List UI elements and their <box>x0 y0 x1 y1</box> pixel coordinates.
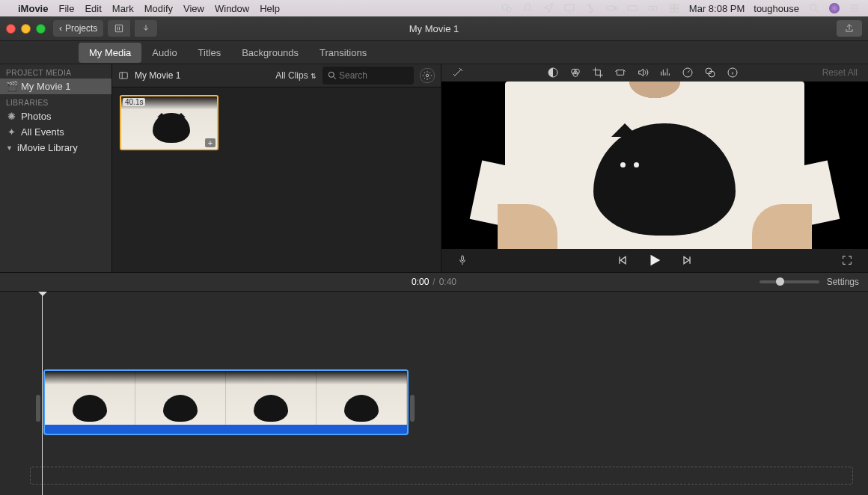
battery-icon[interactable] <box>605 2 617 14</box>
clapper-icon: 🎬 <box>6 81 16 92</box>
share-button[interactable] <box>837 20 862 37</box>
svg-rect-8 <box>675 4 679 8</box>
siri-icon[interactable] <box>829 3 840 13</box>
clip-trim-handle-left[interactable] <box>36 395 40 422</box>
timeline-settings-button[interactable]: Settings <box>827 277 859 287</box>
sidebar-item-label: My Movie 1 <box>21 81 70 92</box>
playhead[interactable] <box>42 295 43 495</box>
menu-edit[interactable]: Edit <box>85 3 101 14</box>
timeline-dropzone[interactable] <box>30 467 853 485</box>
color-correction-icon[interactable] <box>569 67 581 79</box>
media-clip-thumbnail[interactable]: 40.1s + <box>120 95 218 150</box>
close-window-button[interactable] <box>6 24 16 34</box>
svg-rect-2 <box>565 4 574 10</box>
projects-back-button[interactable]: ‹Projects <box>53 20 103 37</box>
sidebar-item-project[interactable]: 🎬 My Movie 1 <box>0 79 111 94</box>
noise-reduction-icon[interactable] <box>659 67 671 79</box>
preview-pane: Reset All <box>441 64 868 272</box>
play-button[interactable] <box>647 252 663 268</box>
flower-icon: ✺ <box>6 111 16 122</box>
sidebar-item-all-events[interactable]: ✦ All Events <box>0 124 111 140</box>
preview-toolbar: Reset All <box>441 64 868 82</box>
library-sidebar: PROJECT MEDIA 🎬 My Movie 1 LIBRARIES ✺ P… <box>0 64 112 272</box>
menubar-clock[interactable]: Mar 8:08 PM <box>689 3 745 14</box>
sidebar-item-photos[interactable]: ✺ Photos <box>0 108 111 124</box>
zoom-window-button[interactable] <box>36 24 46 34</box>
time-separator: / <box>433 277 435 287</box>
timeline-zoom-slider[interactable] <box>760 280 819 283</box>
keyboard-icon[interactable] <box>626 2 638 14</box>
clip-trim-handle-right[interactable] <box>410 395 415 422</box>
wechat-icon[interactable] <box>501 2 513 14</box>
info-icon[interactable] <box>727 67 739 79</box>
browser-settings-button[interactable] <box>420 68 435 83</box>
menu-view[interactable]: View <box>183 3 204 14</box>
tab-audio[interactable]: Audio <box>141 43 187 63</box>
color-balance-icon[interactable] <box>547 67 559 79</box>
tab-titles[interactable]: Titles <box>188 43 232 63</box>
gear-icon <box>422 70 433 81</box>
media-browser: My Movie 1 All Clips ⇅ 40.1s + <box>112 64 441 272</box>
svg-rect-9 <box>670 9 674 13</box>
stabilization-icon[interactable] <box>614 67 626 79</box>
speed-icon[interactable] <box>682 67 694 79</box>
clip-filter-icon[interactable] <box>704 67 716 79</box>
timeline[interactable] <box>0 292 868 495</box>
menu-modify[interactable]: Modify <box>144 3 173 14</box>
tab-transitions[interactable]: Transitions <box>309 43 377 63</box>
app-menu[interactable]: iMovie <box>18 3 48 14</box>
current-time: 0:00 <box>412 277 429 287</box>
minimize-window-button[interactable] <box>21 24 31 34</box>
total-time: 0:40 <box>439 277 456 287</box>
preview-viewer[interactable] <box>441 82 868 249</box>
import-button[interactable] <box>135 20 157 37</box>
location-icon[interactable] <box>542 2 554 14</box>
imovie-toolbar: ‹Projects My Movie 1 <box>0 16 868 41</box>
browser-title: My Movie 1 <box>135 70 180 81</box>
spotlight-icon[interactable] <box>808 2 820 14</box>
notification-icon[interactable] <box>522 2 534 14</box>
bluetooth-icon[interactable] <box>584 2 596 14</box>
system-menubar: iMovie File Edit Mark Modify View Window… <box>0 0 868 16</box>
menu-mark[interactable]: Mark <box>112 3 134 14</box>
svg-rect-12 <box>116 25 123 31</box>
preview-frame <box>505 82 804 249</box>
sidebar-item-imovie-library[interactable]: ▼ iMovie Library <box>0 140 111 156</box>
fullscreen-button[interactable] <box>841 254 853 266</box>
display-icon[interactable] <box>563 2 575 14</box>
add-clip-button[interactable]: + <box>205 138 216 147</box>
sidebar-toggle-icon[interactable] <box>118 70 129 81</box>
tab-my-media[interactable]: My Media <box>79 43 141 63</box>
search-field[interactable] <box>323 67 414 84</box>
enhance-wand-icon[interactable] <box>452 67 464 79</box>
notification-center-icon[interactable] <box>849 2 861 14</box>
crop-icon[interactable] <box>592 67 604 79</box>
next-frame-button[interactable] <box>681 254 693 266</box>
svg-rect-25 <box>462 256 464 261</box>
svg-rect-13 <box>120 73 128 79</box>
tab-backgrounds[interactable]: Backgrounds <box>231 43 309 63</box>
menu-window[interactable]: Window <box>215 3 249 14</box>
charging-icon[interactable] <box>647 2 659 14</box>
menu-help[interactable]: Help <box>260 3 280 14</box>
menu-file[interactable]: File <box>58 3 74 14</box>
svg-rect-20 <box>617 70 624 76</box>
voiceover-icon[interactable] <box>456 254 468 266</box>
star-icon: ✦ <box>6 126 16 138</box>
svg-rect-5 <box>628 6 637 11</box>
clip-audio-track[interactable] <box>45 425 407 434</box>
search-input[interactable] <box>337 70 400 82</box>
window-controls <box>6 24 46 34</box>
control-center-icon[interactable] <box>668 2 680 14</box>
menubar-user[interactable]: toughouse <box>754 3 799 14</box>
timeline-clip[interactable] <box>43 369 409 435</box>
sidebar-item-label: Photos <box>21 111 51 122</box>
disclosure-triangle-icon[interactable]: ▼ <box>6 144 13 152</box>
library-list-button[interactable] <box>108 20 130 37</box>
sidebar-item-label: iMovie Library <box>17 142 78 153</box>
clip-filter-dropdown[interactable]: All Clips ⇅ <box>275 70 317 81</box>
volume-icon[interactable] <box>637 67 649 79</box>
reset-all-button[interactable]: Reset All <box>822 67 858 78</box>
prev-frame-button[interactable] <box>617 254 629 266</box>
browser-header: My Movie 1 All Clips ⇅ <box>112 64 441 87</box>
